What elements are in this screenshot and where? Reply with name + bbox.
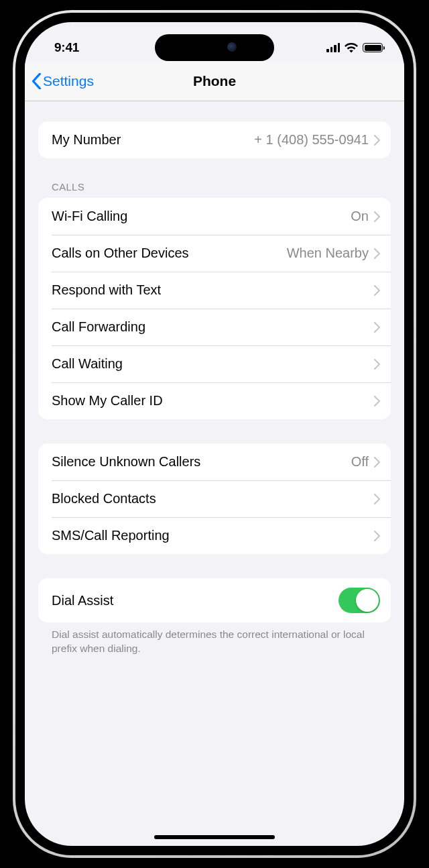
row-label: Silence Unknown Callers	[52, 454, 351, 470]
calls-section-header: CALLS	[38, 181, 391, 198]
chevron-right-icon	[374, 396, 380, 406]
wifi-calling-row[interactable]: Wi-Fi Calling On	[38, 198, 391, 235]
row-label: Calls on Other Devices	[52, 246, 287, 261]
row-value: When Nearby	[287, 246, 369, 261]
device-inner: 9:41	[15, 13, 414, 855]
home-indicator[interactable]	[154, 835, 275, 839]
silence-unknown-callers-row[interactable]: Silence Unknown Callers Off	[38, 443, 391, 480]
row-label: Call Forwarding	[52, 319, 374, 335]
dial-assist-group: Dial Assist	[38, 578, 391, 622]
chevron-right-icon	[374, 457, 380, 468]
chevron-right-icon	[374, 531, 380, 541]
blocked-contacts-row[interactable]: Blocked Contacts	[38, 480, 391, 517]
sms-call-reporting-row[interactable]: SMS/Call Reporting	[38, 517, 391, 554]
call-forwarding-row[interactable]: Call Forwarding	[38, 309, 391, 345]
wifi-icon	[345, 43, 358, 53]
back-label: Settings	[43, 73, 94, 89]
respond-with-text-row[interactable]: Respond with Text	[38, 272, 391, 309]
battery-icon	[363, 43, 383, 52]
row-label: Wi-Fi Calling	[52, 209, 351, 224]
dial-assist-footer: Dial assist automatically determines the…	[38, 622, 391, 656]
device-frame: 9:41	[0, 0, 429, 868]
dial-assist-label: Dial Assist	[52, 593, 339, 608]
dynamic-island	[155, 34, 274, 61]
row-value: Off	[351, 454, 369, 470]
chevron-left-icon	[32, 73, 42, 89]
row-label: SMS/Call Reporting	[52, 528, 374, 543]
chevron-right-icon	[374, 248, 380, 259]
my-number-value: + 1 (408) 555-0941	[254, 132, 369, 148]
chevron-right-icon	[374, 211, 380, 222]
status-time: 9:41	[54, 40, 79, 55]
screen: 9:41	[25, 22, 404, 846]
my-number-label: My Number	[52, 132, 254, 148]
front-camera-icon	[227, 42, 237, 52]
dial-assist-row: Dial Assist	[38, 578, 391, 622]
row-label: Call Waiting	[52, 356, 374, 372]
device-bezel: 9:41	[13, 10, 416, 858]
row-label: Respond with Text	[52, 282, 374, 298]
row-value: On	[351, 209, 369, 224]
row-label: Blocked Contacts	[52, 491, 374, 506]
my-number-row[interactable]: My Number + 1 (408) 555-0941	[38, 121, 391, 158]
dial-assist-toggle[interactable]	[339, 588, 380, 613]
show-caller-id-row[interactable]: Show My Caller ID	[38, 382, 391, 419]
settings-content: My Number + 1 (408) 555-0941 CALLS Wi-Fi…	[25, 101, 404, 846]
chevron-right-icon	[374, 322, 380, 333]
chevron-right-icon	[374, 494, 380, 504]
chevron-right-icon	[374, 359, 380, 370]
nav-bar: Settings Phone	[25, 61, 404, 101]
chevron-right-icon	[374, 135, 380, 146]
calls-other-devices-row[interactable]: Calls on Other Devices When Nearby	[38, 235, 391, 272]
blocking-group: Silence Unknown Callers Off Blocked Cont…	[38, 443, 391, 554]
calls-group: Wi-Fi Calling On Calls on Other Devices …	[38, 198, 391, 419]
chevron-right-icon	[374, 285, 380, 296]
my-number-group: My Number + 1 (408) 555-0941	[38, 121, 391, 158]
toggle-knob-icon	[356, 589, 379, 612]
cellular-signal-icon	[326, 43, 340, 52]
call-waiting-row[interactable]: Call Waiting	[38, 345, 391, 382]
row-label: Show My Caller ID	[52, 393, 374, 409]
back-button[interactable]: Settings	[25, 73, 94, 89]
status-icons	[326, 43, 383, 53]
